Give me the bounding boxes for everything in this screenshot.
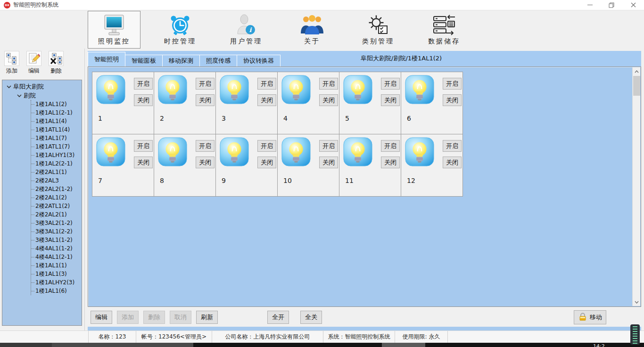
tab-selected[interactable]: 智能照明 [88, 52, 125, 66]
light-cell: 开启关闭10 [278, 134, 339, 196]
light-cell: 开启关闭2 [154, 72, 215, 134]
tree-node-root[interactable]: 阜阳大剧院 [2, 82, 82, 91]
tree-leaf-item[interactable]: 2楼2AL1(1) [31, 168, 82, 176]
tree-toolbar-add-node[interactable]: 添加 [3, 51, 21, 78]
light-on-button[interactable]: 开启 [319, 78, 338, 90]
chevron-down-icon[interactable] [17, 94, 22, 98]
light-on-button[interactable]: 开启 [196, 78, 215, 90]
tree-leaf-item[interactable]: 1楼1AL2(2-1) [31, 159, 82, 168]
toolbar-button-people[interactable]: 关于 [286, 11, 339, 49]
tree-leaf-item[interactable]: 2楼2ATL1(2) [31, 202, 82, 210]
tab-item[interactable]: 照度传感 [200, 55, 237, 66]
toolbar-button-user-info[interactable]: i用户管理 [220, 11, 272, 49]
scrollbar-thumb[interactable] [633, 76, 640, 96]
tree-leaf-item[interactable]: 2楼2AL3 [31, 176, 82, 185]
app-window: DX 智能照明控制系统 照明监控时控管理i用户管理关于类别管理数据储存 添加编辑… [0, 0, 644, 347]
light-off-button[interactable]: 关闭 [381, 157, 400, 168]
add-node-icon [4, 51, 19, 66]
light-number: 2 [160, 115, 164, 122]
light-on-button[interactable]: 开启 [319, 140, 338, 152]
light-grid: 开启关闭1开启关闭2开启关闭3开启关闭4开启关闭5开启关闭6开启关闭7开启关闭8… [92, 72, 463, 197]
tree-leaf-item[interactable]: 1楼1AL1(2-1) [31, 108, 82, 117]
tree-leaf-item[interactable]: 4楼4AL1(1-2) [31, 244, 82, 253]
light-bulb-icon [405, 137, 434, 168]
light-off-button[interactable]: 关闭 [319, 157, 338, 168]
tree-leaf-item[interactable]: 3楼3AL2(1-2) [31, 219, 82, 227]
light-on-button[interactable]: 开启 [443, 140, 462, 152]
light-off-button[interactable]: 关闭 [196, 157, 215, 168]
light-on-button[interactable]: 开启 [257, 78, 276, 90]
status-segment: 系统：智能照明控制系统 [323, 331, 395, 343]
minimize-button[interactable] [579, 0, 601, 10]
all-on-button[interactable]: 全开 [267, 311, 289, 324]
vertical-scrollbar[interactable] [632, 67, 640, 306]
toolbar-button-data-storage[interactable]: 数据储存 [418, 11, 471, 49]
status-segment: 帐号：123456<管理员> [136, 331, 212, 343]
light-off-button[interactable]: 关闭 [257, 94, 276, 106]
light-on-button[interactable]: 开启 [381, 78, 400, 90]
tree-leaf-item[interactable]: 1楼1ATL1(4) [31, 125, 82, 134]
light-off-button[interactable]: 关闭 [319, 94, 338, 106]
light-off-button[interactable]: 关闭 [443, 94, 462, 106]
tree-leaf-item[interactable]: 2楼2AL1(2) [31, 193, 82, 202]
tab-item[interactable]: 智能面板 [125, 55, 163, 66]
light-on-button[interactable]: 开启 [134, 78, 153, 90]
light-on-button[interactable]: 开启 [381, 140, 400, 152]
tree-leaf-item[interactable]: 1楼1AL1(4) [31, 117, 82, 125]
tree-node-group[interactable]: 剧院 [2, 91, 82, 100]
light-bulb-icon [220, 137, 249, 168]
light-bulb-icon [343, 137, 372, 168]
light-on-button[interactable]: 开启 [134, 140, 153, 152]
light-on-button[interactable]: 开启 [257, 140, 276, 152]
light-off-button[interactable]: 关闭 [134, 157, 153, 168]
tree-leaf-item[interactable]: 3楼3AL1(1-2) [31, 236, 82, 244]
tab-item[interactable]: 协议转换器 [237, 55, 281, 66]
tree-leaf-item[interactable]: 2楼2AL2(1-2) [31, 185, 82, 193]
light-off-button[interactable]: 关闭 [134, 94, 153, 106]
tree-leaf-item[interactable]: 1楼1AL1(3) [31, 270, 82, 278]
light-on-button[interactable]: 开启 [443, 78, 462, 90]
light-number: 12 [407, 177, 415, 184]
light-bulb-icon [158, 137, 187, 168]
toolbar-button-alarm-clock[interactable]: 时控管理 [154, 11, 206, 49]
tree-leaf-item[interactable]: 1楼1ALHY2(3) [31, 278, 82, 287]
toolbar-button-label: 数据储存 [428, 37, 460, 46]
tree-leaf-item[interactable]: 2楼2AL2(1) [31, 210, 82, 219]
all-off-button[interactable]: 全关 [300, 311, 322, 324]
tree-leaf-item[interactable]: 3楼3AL1(2-2) [31, 227, 82, 236]
tree-leaf-item[interactable]: 4楼4AL1(2-1) [31, 253, 82, 261]
tree-leaf-item[interactable]: 1楼1ATL1(7) [31, 142, 82, 151]
light-cell: 开启关闭9 [216, 134, 277, 196]
scroll-down-icon[interactable] [633, 298, 641, 306]
light-bulb-icon [405, 75, 434, 106]
light-off-button[interactable]: 关闭 [196, 94, 215, 106]
tree-leaf-item[interactable]: 1楼1AL1(2) [31, 100, 82, 108]
toolbar-button-label: 照明监控 [98, 37, 130, 46]
taskbar-device-icon[interactable] [630, 324, 640, 345]
toolbar-button-gear-checklist[interactable]: 类别管理 [352, 11, 405, 49]
tab-item[interactable]: 移动探测 [163, 55, 200, 66]
tree-leaf-item[interactable]: 1楼1AL1(1) [31, 261, 82, 270]
action-button[interactable]: 刷新 [196, 311, 218, 324]
tree-leaf-item[interactable]: 1楼1ALHY1(3) [31, 151, 82, 159]
tree-toolbar-label: 删除 [50, 67, 62, 75]
people-icon [300, 13, 324, 37]
move-button[interactable]: 移动 [574, 310, 606, 324]
scroll-up-icon[interactable] [633, 67, 641, 75]
light-on-button[interactable]: 开启 [196, 140, 215, 152]
light-off-button[interactable]: 关闭 [257, 157, 276, 168]
toolbar-button-monitor[interactable]: 照明监控 [88, 11, 140, 49]
tree-leaf-item[interactable]: 1楼1AL1(6) [31, 287, 82, 295]
tree-toolbar-delete-node[interactable]: 删除 [47, 51, 65, 78]
light-off-button[interactable]: 关闭 [443, 157, 462, 168]
tree-leaf-item[interactable]: 1楼1AL1(7) [31, 134, 82, 142]
status-segment: 公司名称：上海凡特实业有限公司 [212, 331, 323, 343]
light-cell: 开启关闭8 [154, 134, 215, 196]
tree-toolbar-edit-pencil[interactable]: 编辑 [25, 51, 43, 78]
chevron-down-icon[interactable] [6, 85, 12, 89]
restore-button[interactable] [601, 0, 622, 10]
light-off-button[interactable]: 关闭 [381, 94, 400, 106]
close-button[interactable] [622, 0, 644, 10]
action-button[interactable]: 编辑 [91, 311, 112, 324]
light-bulb-icon [220, 75, 249, 106]
